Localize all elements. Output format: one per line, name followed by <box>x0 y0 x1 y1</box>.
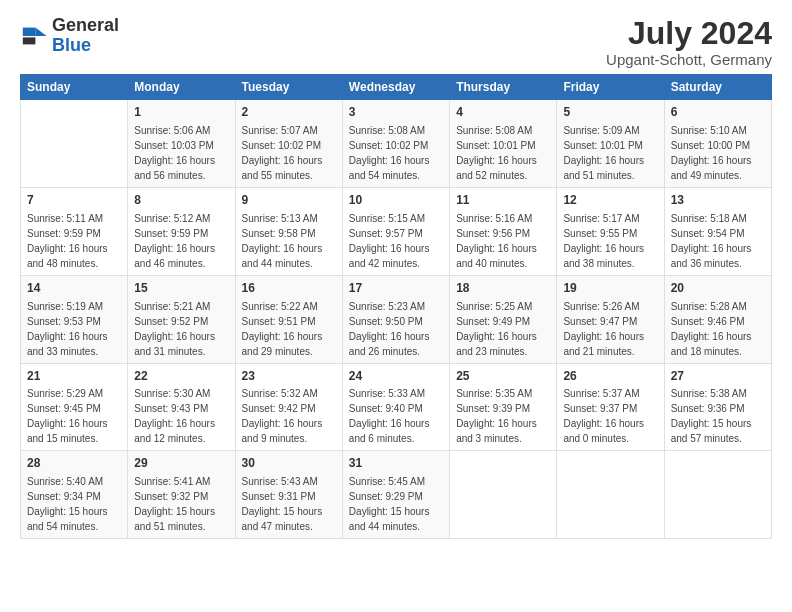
cell-content: Sunrise: 5:43 AMSunset: 9:31 PMDaylight:… <box>242 476 323 532</box>
day-number: 24 <box>349 368 443 385</box>
cell-week3-day6: 27Sunrise: 5:38 AMSunset: 9:36 PMDayligh… <box>664 363 771 451</box>
logo-icon <box>20 22 48 50</box>
cell-week2-day5: 19Sunrise: 5:26 AMSunset: 9:47 PMDayligh… <box>557 275 664 363</box>
cell-week2-day1: 15Sunrise: 5:21 AMSunset: 9:52 PMDayligh… <box>128 275 235 363</box>
cell-week1-day0: 7Sunrise: 5:11 AMSunset: 9:59 PMDaylight… <box>21 187 128 275</box>
day-number: 15 <box>134 280 228 297</box>
cell-week1-day5: 12Sunrise: 5:17 AMSunset: 9:55 PMDayligh… <box>557 187 664 275</box>
cell-week4-day2: 30Sunrise: 5:43 AMSunset: 9:31 PMDayligh… <box>235 451 342 539</box>
day-number: 3 <box>349 104 443 121</box>
col-friday: Friday <box>557 75 664 100</box>
cell-content: Sunrise: 5:40 AMSunset: 9:34 PMDaylight:… <box>27 476 108 532</box>
cell-week3-day0: 21Sunrise: 5:29 AMSunset: 9:45 PMDayligh… <box>21 363 128 451</box>
cell-content: Sunrise: 5:08 AMSunset: 10:01 PMDaylight… <box>456 125 537 181</box>
cell-week1-day1: 8Sunrise: 5:12 AMSunset: 9:59 PMDaylight… <box>128 187 235 275</box>
day-number: 2 <box>242 104 336 121</box>
cell-content: Sunrise: 5:09 AMSunset: 10:01 PMDaylight… <box>563 125 644 181</box>
title-block: July 2024 Upgant-Schott, Germany <box>606 16 772 68</box>
cell-content: Sunrise: 5:33 AMSunset: 9:40 PMDaylight:… <box>349 388 430 444</box>
day-number: 14 <box>27 280 121 297</box>
cell-content: Sunrise: 5:21 AMSunset: 9:52 PMDaylight:… <box>134 301 215 357</box>
day-number: 23 <box>242 368 336 385</box>
cell-week0-day5: 5Sunrise: 5:09 AMSunset: 10:01 PMDayligh… <box>557 100 664 188</box>
cell-week4-day0: 28Sunrise: 5:40 AMSunset: 9:34 PMDayligh… <box>21 451 128 539</box>
day-number: 22 <box>134 368 228 385</box>
day-number: 5 <box>563 104 657 121</box>
cell-content: Sunrise: 5:07 AMSunset: 10:02 PMDaylight… <box>242 125 323 181</box>
header: General Blue July 2024 Upgant-Schott, Ge… <box>20 16 772 68</box>
cell-week0-day2: 2Sunrise: 5:07 AMSunset: 10:02 PMDayligh… <box>235 100 342 188</box>
cell-content: Sunrise: 5:11 AMSunset: 9:59 PMDaylight:… <box>27 213 108 269</box>
cell-week0-day4: 4Sunrise: 5:08 AMSunset: 10:01 PMDayligh… <box>450 100 557 188</box>
week-row-1: 7Sunrise: 5:11 AMSunset: 9:59 PMDaylight… <box>21 187 772 275</box>
day-number: 20 <box>671 280 765 297</box>
cell-content: Sunrise: 5:29 AMSunset: 9:45 PMDaylight:… <box>27 388 108 444</box>
col-thursday: Thursday <box>450 75 557 100</box>
day-number: 29 <box>134 455 228 472</box>
day-number: 19 <box>563 280 657 297</box>
cell-content: Sunrise: 5:16 AMSunset: 9:56 PMDaylight:… <box>456 213 537 269</box>
header-row: Sunday Monday Tuesday Wednesday Thursday… <box>21 75 772 100</box>
cell-week3-day5: 26Sunrise: 5:37 AMSunset: 9:37 PMDayligh… <box>557 363 664 451</box>
cell-content: Sunrise: 5:13 AMSunset: 9:58 PMDaylight:… <box>242 213 323 269</box>
cell-week2-day3: 17Sunrise: 5:23 AMSunset: 9:50 PMDayligh… <box>342 275 449 363</box>
day-number: 6 <box>671 104 765 121</box>
cell-content: Sunrise: 5:32 AMSunset: 9:42 PMDaylight:… <box>242 388 323 444</box>
week-row-0: 1Sunrise: 5:06 AMSunset: 10:03 PMDayligh… <box>21 100 772 188</box>
calendar-table: Sunday Monday Tuesday Wednesday Thursday… <box>20 74 772 539</box>
day-number: 31 <box>349 455 443 472</box>
cell-content: Sunrise: 5:28 AMSunset: 9:46 PMDaylight:… <box>671 301 752 357</box>
week-row-3: 21Sunrise: 5:29 AMSunset: 9:45 PMDayligh… <box>21 363 772 451</box>
cell-week0-day3: 3Sunrise: 5:08 AMSunset: 10:02 PMDayligh… <box>342 100 449 188</box>
col-saturday: Saturday <box>664 75 771 100</box>
day-number: 21 <box>27 368 121 385</box>
logo-blue: Blue <box>52 35 91 55</box>
day-number: 8 <box>134 192 228 209</box>
calendar-body: 1Sunrise: 5:06 AMSunset: 10:03 PMDayligh… <box>21 100 772 539</box>
day-number: 25 <box>456 368 550 385</box>
day-number: 26 <box>563 368 657 385</box>
cell-content: Sunrise: 5:25 AMSunset: 9:49 PMDaylight:… <box>456 301 537 357</box>
cell-week1-day3: 10Sunrise: 5:15 AMSunset: 9:57 PMDayligh… <box>342 187 449 275</box>
svg-rect-2 <box>23 27 36 35</box>
cell-content: Sunrise: 5:38 AMSunset: 9:36 PMDaylight:… <box>671 388 752 444</box>
col-monday: Monday <box>128 75 235 100</box>
day-number: 4 <box>456 104 550 121</box>
day-number: 28 <box>27 455 121 472</box>
day-number: 30 <box>242 455 336 472</box>
week-row-2: 14Sunrise: 5:19 AMSunset: 9:53 PMDayligh… <box>21 275 772 363</box>
col-tuesday: Tuesday <box>235 75 342 100</box>
cell-week4-day6 <box>664 451 771 539</box>
cell-content: Sunrise: 5:35 AMSunset: 9:39 PMDaylight:… <box>456 388 537 444</box>
day-number: 18 <box>456 280 550 297</box>
cell-content: Sunrise: 5:45 AMSunset: 9:29 PMDaylight:… <box>349 476 430 532</box>
cell-week3-day2: 23Sunrise: 5:32 AMSunset: 9:42 PMDayligh… <box>235 363 342 451</box>
cell-content: Sunrise: 5:19 AMSunset: 9:53 PMDaylight:… <box>27 301 108 357</box>
svg-rect-3 <box>23 37 36 44</box>
day-number: 17 <box>349 280 443 297</box>
cell-week1-day6: 13Sunrise: 5:18 AMSunset: 9:54 PMDayligh… <box>664 187 771 275</box>
cell-week1-day4: 11Sunrise: 5:16 AMSunset: 9:56 PMDayligh… <box>450 187 557 275</box>
cell-week2-day0: 14Sunrise: 5:19 AMSunset: 9:53 PMDayligh… <box>21 275 128 363</box>
cell-content: Sunrise: 5:41 AMSunset: 9:32 PMDaylight:… <box>134 476 215 532</box>
main-title: July 2024 <box>606 16 772 51</box>
cell-week3-day4: 25Sunrise: 5:35 AMSunset: 9:39 PMDayligh… <box>450 363 557 451</box>
cell-week0-day0 <box>21 100 128 188</box>
cell-content: Sunrise: 5:18 AMSunset: 9:54 PMDaylight:… <box>671 213 752 269</box>
cell-content: Sunrise: 5:10 AMSunset: 10:00 PMDaylight… <box>671 125 752 181</box>
cell-content: Sunrise: 5:30 AMSunset: 9:43 PMDaylight:… <box>134 388 215 444</box>
day-number: 9 <box>242 192 336 209</box>
cell-content: Sunrise: 5:37 AMSunset: 9:37 PMDaylight:… <box>563 388 644 444</box>
subtitle: Upgant-Schott, Germany <box>606 51 772 68</box>
logo-general: General <box>52 15 119 35</box>
calendar-page: General Blue July 2024 Upgant-Schott, Ge… <box>0 0 792 612</box>
day-number: 27 <box>671 368 765 385</box>
cell-week4-day5 <box>557 451 664 539</box>
day-number: 11 <box>456 192 550 209</box>
cell-week4-day3: 31Sunrise: 5:45 AMSunset: 9:29 PMDayligh… <box>342 451 449 539</box>
cell-week0-day1: 1Sunrise: 5:06 AMSunset: 10:03 PMDayligh… <box>128 100 235 188</box>
cell-week4-day1: 29Sunrise: 5:41 AMSunset: 9:32 PMDayligh… <box>128 451 235 539</box>
cell-content: Sunrise: 5:22 AMSunset: 9:51 PMDaylight:… <box>242 301 323 357</box>
day-number: 10 <box>349 192 443 209</box>
cell-week1-day2: 9Sunrise: 5:13 AMSunset: 9:58 PMDaylight… <box>235 187 342 275</box>
